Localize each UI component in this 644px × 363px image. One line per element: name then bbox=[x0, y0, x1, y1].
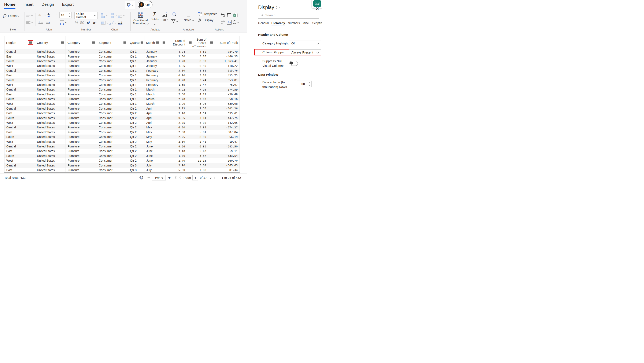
table-row[interactable]: CentralUnited StatesFurnitureConsumerQtr… bbox=[4, 144, 240, 149]
table-row[interactable]: SouthUnited StatesFurnitureConsumerQtr 2… bbox=[4, 116, 240, 120]
table-row[interactable]: CentralUnited StatesFurnitureConsumerQtr… bbox=[4, 49, 240, 54]
column-header-sum-of-discount[interactable]: Sum of Discount bbox=[161, 36, 187, 49]
spinner-up-icon[interactable] bbox=[308, 82, 310, 84]
column-gripper-icon[interactable] bbox=[162, 42, 165, 44]
panel-tab-scripting[interactable]: Scripting bbox=[312, 21, 322, 26]
table-settings-button[interactable] bbox=[139, 173, 144, 182]
increase-font-icon[interactable] bbox=[69, 13, 70, 15]
quick-format-dropdown[interactable]: Quick Format bbox=[74, 12, 98, 19]
bar-chart-button[interactable] bbox=[101, 13, 108, 18]
tab-design[interactable]: Design bbox=[42, 2, 54, 9]
top-n-button[interactable]: Top n bbox=[161, 12, 168, 21]
suppress-null-toggle[interactable] bbox=[290, 61, 298, 66]
conditional-formatting-button[interactable]: ConditionalFormatting bbox=[133, 12, 148, 25]
column-gripper-icon[interactable] bbox=[156, 42, 159, 44]
data-volume-input[interactable]: 300 bbox=[297, 81, 312, 87]
search-data-button[interactable] bbox=[172, 12, 177, 17]
wrap-text-button[interactable]: abc↵ bbox=[47, 13, 50, 17]
decrease-font-icon[interactable] bbox=[69, 15, 70, 17]
table-row[interactable]: EastUnited StatesFurnitureConsumerQtr 3J… bbox=[4, 168, 240, 172]
refresh-button[interactable] bbox=[232, 20, 239, 25]
ruler-button[interactable] bbox=[227, 13, 232, 18]
horizontal-align-button[interactable] bbox=[26, 21, 32, 24]
table-row[interactable]: EastUnited StatesFurnitureConsumerQtr 2J… bbox=[4, 149, 240, 153]
table-chart-button[interactable] bbox=[101, 21, 108, 25]
fit-width-button[interactable] bbox=[227, 20, 232, 25]
layout-chart-button[interactable] bbox=[118, 13, 125, 18]
panel-tab-misc[interactable]: Misc. bbox=[302, 21, 310, 26]
percent-format-button[interactable]: % bbox=[75, 21, 78, 25]
table-row[interactable]: SouthUnited StatesFurnitureConsumerQtr 1… bbox=[4, 59, 240, 64]
category-highlight-dropdown[interactable]: Off bbox=[289, 40, 321, 46]
increase-decimal-button[interactable]: .0+ bbox=[86, 21, 90, 25]
tab-export[interactable]: Export bbox=[62, 2, 74, 9]
info-icon[interactable]: i bbox=[276, 6, 280, 9]
column-gripper-icon[interactable] bbox=[92, 42, 95, 44]
previous-page-button[interactable] bbox=[180, 177, 182, 179]
decimal-display-button[interactable]: 1.2 bbox=[118, 21, 122, 25]
table-row[interactable]: WestUnited StatesFurnitureConsumerQtr 2A… bbox=[4, 120, 240, 125]
vertical-align-button[interactable] bbox=[26, 14, 32, 17]
table-row[interactable]: CentralUnited StatesFurnitureConsumerQtr… bbox=[4, 125, 240, 130]
table-row[interactable]: WestUnited StatesFurnitureConsumerQtr 1M… bbox=[4, 101, 240, 106]
panel-tab-general[interactable]: General bbox=[258, 21, 269, 26]
display-button[interactable]: Display bbox=[198, 18, 220, 23]
line-chart-button[interactable] bbox=[109, 21, 116, 25]
table-row[interactable]: CentralUnited StatesFurnitureConsumerQtr… bbox=[4, 163, 240, 168]
panel-search-input[interactable]: Search bbox=[258, 12, 319, 19]
overflow-text-button[interactable]: ab→ bbox=[38, 14, 45, 17]
decrease-indent-button[interactable] bbox=[38, 21, 43, 24]
table-row[interactable]: SouthUnited StatesFurnitureConsumerQtr 1… bbox=[4, 78, 240, 82]
column-gripper-icon[interactable] bbox=[140, 42, 143, 44]
column-header-month[interactable]: Month bbox=[144, 36, 161, 49]
last-page-button[interactable] bbox=[213, 176, 215, 179]
column-gripper-icon[interactable] bbox=[29, 42, 32, 44]
table-row[interactable]: EastUnited StatesFurnitureConsumerQtr 1J… bbox=[4, 54, 240, 59]
filter-button[interactable] bbox=[171, 19, 178, 24]
table-row[interactable]: WestUnited StatesFurnitureConsumerQtr 2M… bbox=[4, 139, 240, 144]
totals-button[interactable]: Σ Totals bbox=[151, 12, 158, 26]
table-row[interactable]: CentralUnited StatesFurnitureConsumerQtr… bbox=[4, 106, 240, 111]
spinner-down-icon[interactable] bbox=[308, 84, 310, 86]
increase-indent-button[interactable] bbox=[45, 21, 50, 24]
decrease-decimal-button[interactable]: .0− bbox=[92, 21, 96, 25]
templates-button[interactable]: Templates bbox=[198, 12, 220, 16]
table-row[interactable]: SouthUnited StatesFurnitureConsumerQtr 2… bbox=[4, 154, 240, 158]
column-gripper-icon[interactable] bbox=[189, 42, 192, 44]
column-header-sum-of-profit[interactable]: Sum of Profit bbox=[208, 36, 240, 49]
first-page-button[interactable] bbox=[175, 176, 177, 179]
hierarchy-chart-button[interactable] bbox=[109, 13, 116, 18]
column-gripper-icon[interactable] bbox=[210, 42, 213, 44]
table-row[interactable]: CentralUnited StatesFurnitureConsumerQtr… bbox=[4, 68, 240, 73]
column-header-country[interactable]: Country bbox=[35, 36, 66, 49]
column-gripper-dropdown[interactable]: Always Present bbox=[289, 49, 321, 55]
tab-insert[interactable]: Insert bbox=[24, 2, 34, 9]
column-header-region[interactable]: Region bbox=[4, 36, 35, 49]
column-header-sum-of-sales[interactable]: Sum of Salesin Thousands bbox=[187, 36, 208, 49]
close-panel-button[interactable]: × bbox=[316, 6, 319, 11]
table-row[interactable]: WestUnited StatesFurnitureConsumerQtr 2J… bbox=[4, 158, 240, 163]
next-page-button[interactable] bbox=[209, 177, 211, 179]
zoom-out-button[interactable]: − bbox=[147, 173, 150, 182]
redo-button[interactable] bbox=[220, 20, 226, 25]
currency-format-button[interactable]: $€ bbox=[80, 21, 84, 25]
live-update-toggle[interactable]: Off bbox=[138, 1, 152, 8]
zoom-in-button[interactable]: + bbox=[168, 173, 170, 182]
table-row[interactable]: CentralUnited StatesFurnitureConsumerQtr… bbox=[4, 87, 240, 92]
table-row[interactable]: SouthUnited StatesFurnitureConsumerQtr 1… bbox=[4, 97, 240, 101]
table-row[interactable]: WestUnited StatesFurnitureConsumerQtr 1J… bbox=[4, 64, 240, 68]
column-gripper-icon[interactable] bbox=[61, 42, 64, 44]
notes-button[interactable]: Notes bbox=[182, 12, 195, 22]
font-size-stepper[interactable]: 18 bbox=[60, 12, 72, 19]
panel-tab-hierarchy[interactable]: Hierarchy bbox=[272, 21, 285, 26]
table-row[interactable]: EastUnited StatesFurnitureConsumerQtr 1M… bbox=[4, 92, 240, 97]
tab-home[interactable]: Home bbox=[4, 2, 16, 9]
edit-mode-button[interactable] bbox=[125, 1, 135, 9]
column-header-segment[interactable]: Segment bbox=[97, 36, 128, 49]
zoom-level-box[interactable]: 100 % bbox=[152, 175, 166, 180]
table-row[interactable]: EastUnited StatesFurnitureConsumerQtr 1F… bbox=[4, 73, 240, 78]
column-header-category[interactable]: Category bbox=[66, 36, 97, 49]
excel-export-button[interactable]: X bbox=[233, 13, 238, 18]
border-width-button[interactable] bbox=[59, 20, 67, 25]
page-number-input[interactable]: 1 bbox=[192, 175, 198, 180]
